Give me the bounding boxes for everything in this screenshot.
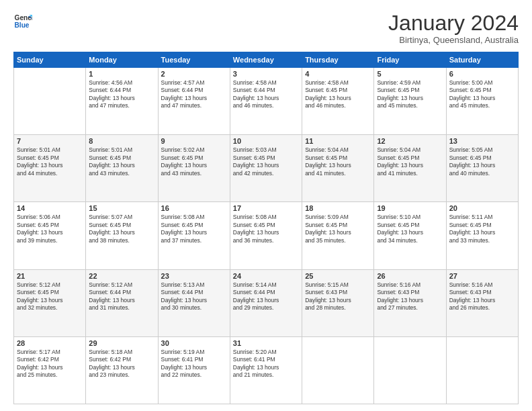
day-number: 5 — [377, 70, 443, 78]
day-number: 6 — [449, 70, 515, 78]
table-row: 23Sunrise: 5:13 AM Sunset: 6:44 PM Dayli… — [158, 269, 230, 336]
col-monday: Monday — [86, 52, 158, 68]
day-info: Sunrise: 5:09 AM Sunset: 6:45 PM Dayligh… — [305, 214, 371, 244]
table-row: 4Sunrise: 4:58 AM Sunset: 6:45 PM Daylig… — [302, 68, 374, 135]
day-number: 1 — [89, 70, 154, 78]
day-info: Sunrise: 5:07 AM Sunset: 6:45 PM Dayligh… — [89, 214, 154, 244]
day-info: Sunrise: 5:10 AM Sunset: 6:45 PM Dayligh… — [377, 214, 443, 244]
day-number: 31 — [233, 339, 299, 347]
day-info: Sunrise: 5:06 AM Sunset: 6:45 PM Dayligh… — [17, 214, 83, 244]
calendar-header-row: Sunday Monday Tuesday Wednesday Thursday… — [14, 52, 519, 68]
col-friday: Friday — [374, 52, 446, 68]
day-number: 27 — [449, 272, 515, 280]
table-row: 20Sunrise: 5:11 AM Sunset: 6:45 PM Dayli… — [446, 202, 518, 269]
day-number: 12 — [377, 137, 443, 145]
table-row: 8Sunrise: 5:01 AM Sunset: 6:45 PM Daylig… — [86, 135, 158, 202]
table-row: 3Sunrise: 4:58 AM Sunset: 6:44 PM Daylig… — [230, 68, 302, 135]
day-info: Sunrise: 5:00 AM Sunset: 6:45 PM Dayligh… — [449, 79, 515, 110]
day-number: 23 — [161, 272, 227, 280]
table-row: 13Sunrise: 5:05 AM Sunset: 6:45 PM Dayli… — [446, 135, 518, 202]
day-number: 28 — [17, 339, 83, 347]
table-row: 31Sunrise: 5:20 AM Sunset: 6:41 PM Dayli… — [230, 336, 302, 404]
calendar-week-row: 7Sunrise: 5:01 AM Sunset: 6:45 PM Daylig… — [14, 135, 519, 202]
table-row: 26Sunrise: 5:16 AM Sunset: 6:43 PM Dayli… — [374, 269, 446, 336]
calendar-week-row: 28Sunrise: 5:17 AM Sunset: 6:42 PM Dayli… — [14, 336, 519, 404]
table-row: 5Sunrise: 4:59 AM Sunset: 6:45 PM Daylig… — [374, 68, 446, 135]
calendar-week-row: 14Sunrise: 5:06 AM Sunset: 6:45 PM Dayli… — [14, 202, 519, 269]
day-info: Sunrise: 5:18 AM Sunset: 6:42 PM Dayligh… — [89, 349, 154, 379]
day-info: Sunrise: 5:01 AM Sunset: 6:45 PM Dayligh… — [89, 146, 154, 177]
col-saturday: Saturday — [446, 52, 518, 68]
day-number: 24 — [233, 272, 299, 280]
table-row — [14, 68, 86, 135]
day-info: Sunrise: 5:04 AM Sunset: 6:45 PM Dayligh… — [377, 146, 443, 177]
calendar-body: 1Sunrise: 4:56 AM Sunset: 6:44 PM Daylig… — [14, 68, 519, 404]
table-row: 19Sunrise: 5:10 AM Sunset: 6:45 PM Dayli… — [374, 202, 446, 269]
day-info: Sunrise: 5:19 AM Sunset: 6:41 PM Dayligh… — [161, 349, 227, 379]
day-number: 2 — [161, 70, 227, 78]
table-row: 28Sunrise: 5:17 AM Sunset: 6:42 PM Dayli… — [14, 336, 86, 404]
day-number: 4 — [305, 70, 371, 78]
table-row: 22Sunrise: 5:12 AM Sunset: 6:44 PM Dayli… — [86, 269, 158, 336]
table-row — [374, 336, 446, 404]
day-number: 13 — [449, 137, 515, 145]
table-row: 29Sunrise: 5:18 AM Sunset: 6:42 PM Dayli… — [86, 336, 158, 404]
table-row: 16Sunrise: 5:08 AM Sunset: 6:45 PM Dayli… — [158, 202, 230, 269]
day-info: Sunrise: 5:16 AM Sunset: 6:43 PM Dayligh… — [377, 281, 443, 312]
table-row: 10Sunrise: 5:03 AM Sunset: 6:45 PM Dayli… — [230, 135, 302, 202]
day-info: Sunrise: 4:57 AM Sunset: 6:44 PM Dayligh… — [161, 79, 227, 110]
day-info: Sunrise: 4:59 AM Sunset: 6:45 PM Dayligh… — [377, 79, 443, 110]
day-number: 8 — [89, 137, 154, 145]
table-row: 2Sunrise: 4:57 AM Sunset: 6:44 PM Daylig… — [158, 68, 230, 135]
day-info: Sunrise: 5:11 AM Sunset: 6:45 PM Dayligh… — [449, 214, 515, 244]
day-number: 22 — [89, 272, 154, 280]
col-wednesday: Wednesday — [230, 52, 302, 68]
page: General Blue January 2024 Birtinya, Quee… — [0, 0, 532, 411]
day-number: 29 — [89, 339, 154, 347]
day-number: 15 — [89, 204, 154, 212]
col-sunday: Sunday — [14, 52, 86, 68]
day-number: 7 — [17, 137, 83, 145]
day-info: Sunrise: 4:58 AM Sunset: 6:45 PM Dayligh… — [305, 79, 371, 110]
table-row: 6Sunrise: 5:00 AM Sunset: 6:45 PM Daylig… — [446, 68, 518, 135]
table-row: 14Sunrise: 5:06 AM Sunset: 6:45 PM Dayli… — [14, 202, 86, 269]
day-number: 11 — [305, 137, 371, 145]
day-info: Sunrise: 5:04 AM Sunset: 6:45 PM Dayligh… — [305, 146, 371, 177]
day-info: Sunrise: 4:56 AM Sunset: 6:44 PM Dayligh… — [89, 79, 154, 110]
day-info: Sunrise: 5:05 AM Sunset: 6:45 PM Dayligh… — [449, 146, 515, 177]
table-row: 12Sunrise: 5:04 AM Sunset: 6:45 PM Dayli… — [374, 135, 446, 202]
table-row: 25Sunrise: 5:15 AM Sunset: 6:43 PM Dayli… — [302, 269, 374, 336]
table-row: 21Sunrise: 5:12 AM Sunset: 6:45 PM Dayli… — [14, 269, 86, 336]
day-number: 3 — [233, 70, 299, 78]
table-row: 17Sunrise: 5:08 AM Sunset: 6:45 PM Dayli… — [230, 202, 302, 269]
day-info: Sunrise: 5:02 AM Sunset: 6:45 PM Dayligh… — [161, 146, 227, 177]
day-info: Sunrise: 5:13 AM Sunset: 6:44 PM Dayligh… — [161, 281, 227, 312]
day-info: Sunrise: 5:12 AM Sunset: 6:44 PM Dayligh… — [89, 281, 154, 312]
day-number: 16 — [161, 204, 227, 212]
calendar-table: Sunday Monday Tuesday Wednesday Thursday… — [13, 52, 519, 404]
table-row: 24Sunrise: 5:14 AM Sunset: 6:44 PM Dayli… — [230, 269, 302, 336]
day-info: Sunrise: 4:58 AM Sunset: 6:44 PM Dayligh… — [233, 79, 299, 110]
day-info: Sunrise: 5:12 AM Sunset: 6:45 PM Dayligh… — [17, 281, 83, 312]
day-info: Sunrise: 5:20 AM Sunset: 6:41 PM Dayligh… — [233, 349, 299, 379]
table-row — [446, 336, 518, 404]
day-info: Sunrise: 5:08 AM Sunset: 6:45 PM Dayligh… — [161, 214, 227, 244]
col-thursday: Thursday — [302, 52, 374, 68]
table-row: 15Sunrise: 5:07 AM Sunset: 6:45 PM Dayli… — [86, 202, 158, 269]
day-number: 30 — [161, 339, 227, 347]
table-row: 9Sunrise: 5:02 AM Sunset: 6:45 PM Daylig… — [158, 135, 230, 202]
calendar-week-row: 1Sunrise: 4:56 AM Sunset: 6:44 PM Daylig… — [14, 68, 519, 135]
day-info: Sunrise: 5:17 AM Sunset: 6:42 PM Dayligh… — [17, 349, 83, 379]
table-row: 30Sunrise: 5:19 AM Sunset: 6:41 PM Dayli… — [158, 336, 230, 404]
day-info: Sunrise: 5:01 AM Sunset: 6:45 PM Dayligh… — [17, 146, 83, 177]
day-info: Sunrise: 5:03 AM Sunset: 6:45 PM Dayligh… — [233, 146, 299, 177]
day-info: Sunrise: 5:14 AM Sunset: 6:44 PM Dayligh… — [233, 281, 299, 312]
col-tuesday: Tuesday — [158, 52, 230, 68]
logo-icon: General Blue — [13, 12, 32, 31]
svg-text:Blue: Blue — [15, 21, 30, 29]
day-number: 9 — [161, 137, 227, 145]
table-row: 27Sunrise: 5:16 AM Sunset: 6:43 PM Dayli… — [446, 269, 518, 336]
day-number: 17 — [233, 204, 299, 212]
day-number: 19 — [377, 204, 443, 212]
title-block: January 2024 Birtinya, Queensland, Austr… — [388, 12, 519, 45]
